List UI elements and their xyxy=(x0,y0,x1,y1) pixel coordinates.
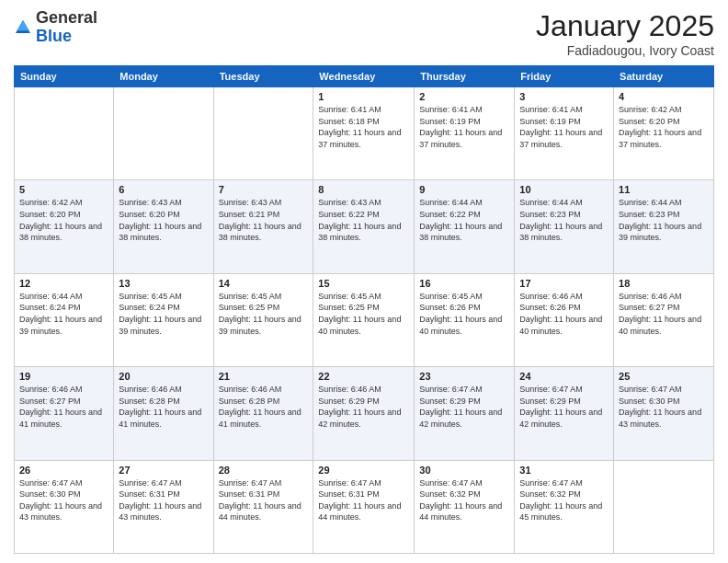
week-row-1: 5Sunrise: 6:42 AM Sunset: 6:20 PM Daylig… xyxy=(15,180,714,273)
day-info: Sunrise: 6:47 AM Sunset: 6:30 PM Dayligh… xyxy=(619,384,709,430)
day-info: Sunrise: 6:47 AM Sunset: 6:30 PM Dayligh… xyxy=(19,477,108,523)
week-row-0: 1Sunrise: 6:41 AM Sunset: 6:18 PM Daylig… xyxy=(15,87,714,180)
day-number: 3 xyxy=(519,91,609,102)
day-info: Sunrise: 6:46 AM Sunset: 6:28 PM Dayligh… xyxy=(119,384,208,430)
day-number: 9 xyxy=(419,184,509,195)
day-number: 2 xyxy=(419,91,509,102)
day-info: Sunrise: 6:47 AM Sunset: 6:29 PM Dayligh… xyxy=(419,384,509,430)
day-number: 16 xyxy=(419,278,509,289)
day-info: Sunrise: 6:46 AM Sunset: 6:29 PM Dayligh… xyxy=(318,384,409,430)
day-info: Sunrise: 6:47 AM Sunset: 6:31 PM Dayligh… xyxy=(318,477,409,523)
day-info: Sunrise: 6:42 AM Sunset: 6:20 PM Dayligh… xyxy=(619,104,709,150)
day-number: 30 xyxy=(419,465,509,476)
header: General Blue January 2025 Fadiadougou, I… xyxy=(14,9,714,58)
day-info: Sunrise: 6:47 AM Sunset: 6:31 PM Dayligh… xyxy=(119,477,208,523)
day-cell xyxy=(15,87,114,180)
day-number: 11 xyxy=(619,184,709,195)
logo-general: General xyxy=(36,9,97,28)
title-area: January 2025 Fadiadougou, Ivory Coast xyxy=(536,9,714,58)
day-cell: 14Sunrise: 6:45 AM Sunset: 6:25 PM Dayli… xyxy=(213,273,313,366)
day-number: 21 xyxy=(219,371,309,382)
page: General Blue January 2025 Fadiadougou, I… xyxy=(0,0,728,563)
day-cell: 6Sunrise: 6:43 AM Sunset: 6:20 PM Daylig… xyxy=(114,180,213,273)
subtitle: Fadiadougou, Ivory Coast xyxy=(536,43,714,58)
day-info: Sunrise: 6:45 AM Sunset: 6:25 PM Dayligh… xyxy=(318,291,409,337)
day-cell xyxy=(213,87,313,180)
day-cell: 23Sunrise: 6:47 AM Sunset: 6:29 PM Dayli… xyxy=(415,367,515,460)
day-number: 26 xyxy=(19,465,108,476)
svg-marker-1 xyxy=(17,20,28,30)
day-info: Sunrise: 6:46 AM Sunset: 6:27 PM Dayligh… xyxy=(619,291,709,337)
day-info: Sunrise: 6:43 AM Sunset: 6:21 PM Dayligh… xyxy=(219,197,309,243)
day-number: 8 xyxy=(318,184,409,195)
day-cell: 7Sunrise: 6:43 AM Sunset: 6:21 PM Daylig… xyxy=(213,180,313,273)
day-cell: 26Sunrise: 6:47 AM Sunset: 6:30 PM Dayli… xyxy=(15,460,114,553)
day-cell: 1Sunrise: 6:41 AM Sunset: 6:18 PM Daylig… xyxy=(313,87,415,180)
day-number: 19 xyxy=(19,371,108,382)
day-cell: 22Sunrise: 6:46 AM Sunset: 6:29 PM Dayli… xyxy=(313,367,415,460)
week-row-4: 26Sunrise: 6:47 AM Sunset: 6:30 PM Dayli… xyxy=(15,460,714,553)
weekday-header-saturday: Saturday xyxy=(614,66,714,87)
weekday-header-wednesday: Wednesday xyxy=(313,66,415,87)
logo: General Blue xyxy=(14,9,97,46)
day-cell: 17Sunrise: 6:46 AM Sunset: 6:26 PM Dayli… xyxy=(515,273,614,366)
day-info: Sunrise: 6:44 AM Sunset: 6:24 PM Dayligh… xyxy=(19,291,108,337)
day-cell: 4Sunrise: 6:42 AM Sunset: 6:20 PM Daylig… xyxy=(614,87,714,180)
month-title: January 2025 xyxy=(536,9,714,43)
day-cell xyxy=(614,460,714,553)
day-cell: 12Sunrise: 6:44 AM Sunset: 6:24 PM Dayli… xyxy=(15,273,114,366)
day-number: 27 xyxy=(119,465,208,476)
day-number: 22 xyxy=(318,371,409,382)
day-info: Sunrise: 6:45 AM Sunset: 6:25 PM Dayligh… xyxy=(219,291,309,337)
day-number: 4 xyxy=(619,91,709,102)
day-number: 14 xyxy=(219,278,309,289)
day-cell: 27Sunrise: 6:47 AM Sunset: 6:31 PM Dayli… xyxy=(114,460,213,553)
week-row-3: 19Sunrise: 6:46 AM Sunset: 6:27 PM Dayli… xyxy=(15,367,714,460)
day-number: 12 xyxy=(19,278,108,289)
day-number: 17 xyxy=(519,278,609,289)
day-info: Sunrise: 6:44 AM Sunset: 6:23 PM Dayligh… xyxy=(519,197,609,243)
day-cell: 30Sunrise: 6:47 AM Sunset: 6:32 PM Dayli… xyxy=(415,460,515,553)
day-number: 10 xyxy=(519,184,609,195)
day-info: Sunrise: 6:46 AM Sunset: 6:28 PM Dayligh… xyxy=(219,384,309,430)
weekday-header-thursday: Thursday xyxy=(415,66,515,87)
day-info: Sunrise: 6:47 AM Sunset: 6:32 PM Dayligh… xyxy=(519,477,609,523)
day-cell: 3Sunrise: 6:41 AM Sunset: 6:19 PM Daylig… xyxy=(515,87,614,180)
day-cell: 15Sunrise: 6:45 AM Sunset: 6:25 PM Dayli… xyxy=(313,273,415,366)
day-info: Sunrise: 6:43 AM Sunset: 6:20 PM Dayligh… xyxy=(119,197,208,243)
day-cell: 18Sunrise: 6:46 AM Sunset: 6:27 PM Dayli… xyxy=(614,273,714,366)
weekday-header-row: SundayMondayTuesdayWednesdayThursdayFrid… xyxy=(15,66,714,87)
calendar-table: SundayMondayTuesdayWednesdayThursdayFrid… xyxy=(14,65,714,554)
day-info: Sunrise: 6:47 AM Sunset: 6:32 PM Dayligh… xyxy=(419,477,509,523)
day-cell: 10Sunrise: 6:44 AM Sunset: 6:23 PM Dayli… xyxy=(515,180,614,273)
day-cell: 28Sunrise: 6:47 AM Sunset: 6:31 PM Dayli… xyxy=(213,460,313,553)
day-number: 25 xyxy=(619,371,709,382)
day-cell: 8Sunrise: 6:43 AM Sunset: 6:22 PM Daylig… xyxy=(313,180,415,273)
day-cell: 2Sunrise: 6:41 AM Sunset: 6:19 PM Daylig… xyxy=(415,87,515,180)
week-row-2: 12Sunrise: 6:44 AM Sunset: 6:24 PM Dayli… xyxy=(15,273,714,366)
day-number: 15 xyxy=(318,278,409,289)
day-cell: 25Sunrise: 6:47 AM Sunset: 6:30 PM Dayli… xyxy=(614,367,714,460)
logo-blue: Blue xyxy=(36,28,97,46)
day-info: Sunrise: 6:45 AM Sunset: 6:26 PM Dayligh… xyxy=(419,291,509,337)
day-cell: 5Sunrise: 6:42 AM Sunset: 6:20 PM Daylig… xyxy=(15,180,114,273)
day-cell: 11Sunrise: 6:44 AM Sunset: 6:23 PM Dayli… xyxy=(614,180,714,273)
day-info: Sunrise: 6:41 AM Sunset: 6:19 PM Dayligh… xyxy=(519,104,609,150)
day-cell xyxy=(114,87,213,180)
day-info: Sunrise: 6:46 AM Sunset: 6:27 PM Dayligh… xyxy=(19,384,108,430)
day-number: 1 xyxy=(318,91,409,102)
day-number: 5 xyxy=(19,184,108,195)
weekday-header-sunday: Sunday xyxy=(15,66,114,87)
day-number: 29 xyxy=(318,465,409,476)
day-cell: 24Sunrise: 6:47 AM Sunset: 6:29 PM Dayli… xyxy=(515,367,614,460)
logo-icon xyxy=(14,18,32,37)
weekday-header-friday: Friday xyxy=(515,66,614,87)
day-cell: 19Sunrise: 6:46 AM Sunset: 6:27 PM Dayli… xyxy=(15,367,114,460)
day-info: Sunrise: 6:47 AM Sunset: 6:31 PM Dayligh… xyxy=(219,477,309,523)
day-info: Sunrise: 6:43 AM Sunset: 6:22 PM Dayligh… xyxy=(318,197,409,243)
day-info: Sunrise: 6:42 AM Sunset: 6:20 PM Dayligh… xyxy=(19,197,108,243)
day-cell: 29Sunrise: 6:47 AM Sunset: 6:31 PM Dayli… xyxy=(313,460,415,553)
day-info: Sunrise: 6:45 AM Sunset: 6:24 PM Dayligh… xyxy=(119,291,208,337)
day-number: 20 xyxy=(119,371,208,382)
day-info: Sunrise: 6:47 AM Sunset: 6:29 PM Dayligh… xyxy=(519,384,609,430)
